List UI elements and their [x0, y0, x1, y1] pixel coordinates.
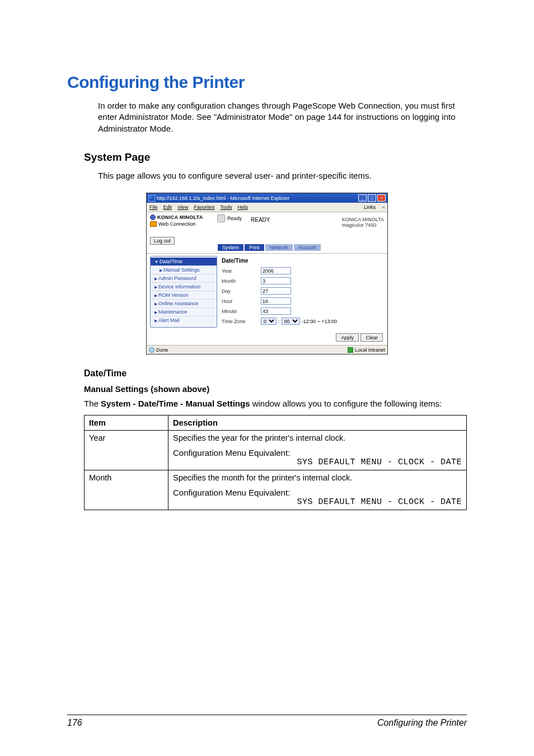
cell-year-desc: Specifies the year for the printer's int… [168, 431, 467, 470]
year-spec-text: Specifies the year for the printer's int… [173, 433, 462, 442]
clear-button[interactable]: Clear [360, 333, 383, 342]
minimize-button[interactable]: _ [358, 194, 367, 202]
footer-title: Configuring the Printer [377, 718, 467, 728]
nav-alert-mail[interactable]: Alert Mail [151, 316, 217, 324]
pagescope-text: Web Connection [158, 221, 195, 227]
tz-hour-select[interactable]: 0 [261, 318, 277, 325]
menu-favorites[interactable]: Favorites [194, 204, 214, 210]
page-title: Configuring the Printer [67, 73, 467, 92]
menu-links[interactable]: Links [364, 204, 376, 210]
table-row: Year Specifies the year for the printer'… [85, 431, 467, 470]
done-icon [149, 347, 154, 353]
year-cfg-label: Configuration Menu Equivalent: [173, 448, 462, 458]
status-intranet: Local intranet [355, 347, 385, 353]
tab-print[interactable]: Print [244, 244, 265, 251]
konica-minolta-logo: KONICA MINOLTA [150, 214, 217, 220]
km-logo-text: KONICA MINOLTA [157, 214, 203, 220]
cell-month-desc: Specifies the month for the printer's in… [168, 470, 467, 510]
day-label: Day [222, 288, 261, 294]
nav-maintenance[interactable]: Maintenance [151, 308, 217, 316]
apply-button[interactable]: Apply [336, 333, 359, 342]
tab-system[interactable]: System [217, 244, 244, 251]
status-done: Done [156, 347, 168, 353]
brand-name: KONICA MINOLTA [342, 217, 384, 222]
menu-bar: File Edit View Favorites Tools Help Link… [147, 203, 387, 212]
nav-admin-password[interactable]: Admin Password [151, 274, 217, 283]
nav-rom-version[interactable]: ROM Version [151, 291, 217, 300]
minute-label: Minute [222, 309, 261, 314]
month-cfg-code: SYS DEFAULT MENU - CLOCK - DATE [173, 497, 462, 507]
model-name: magicolor 7450 [342, 222, 384, 228]
window-title: http://192.168.1.2/a_index.html - Micros… [157, 195, 358, 201]
description-table: Item Description Year Specifies the year… [84, 415, 467, 510]
menu-tools[interactable]: Tools [220, 204, 232, 210]
nav-date-time[interactable]: Date/Time [151, 258, 217, 266]
ready-label: Ready [227, 216, 242, 221]
menu-edit[interactable]: Edit [163, 204, 172, 210]
printer-icon [217, 214, 225, 222]
tz-min-select[interactable]: 00 [282, 318, 300, 325]
manual-settings-subheading: Manual Settings (shown above) [84, 384, 467, 394]
year-label: Year [222, 268, 261, 274]
maximize-button[interactable]: □ [368, 194, 376, 202]
hour-label: Hour [222, 298, 261, 304]
nav-manual-settings[interactable]: Manual Settings [151, 266, 217, 274]
year-cfg-code: SYS DEFAULT MENU - CLOCK - DATE [173, 458, 462, 467]
tz-range: -12:00 ~ +13:00 [302, 319, 338, 324]
nav-online-assistance[interactable]: Online Assistance [151, 300, 217, 308]
col-item: Item [85, 416, 168, 431]
month-cfg-label: Configuration Menu Equivalent: [173, 488, 462, 497]
menu-help[interactable]: Help [237, 204, 248, 210]
tz-colon: : [278, 319, 280, 324]
page-number: 176 [67, 718, 82, 728]
km-circle-icon [150, 214, 156, 220]
screenshot-window: http://192.168.1.2/a_index.html - Micros… [146, 193, 388, 354]
status-ready: READY [251, 214, 296, 223]
col-description: Description [168, 416, 467, 431]
minute-input[interactable] [261, 307, 291, 315]
menu-view[interactable]: View [177, 204, 188, 210]
pagescope-icon [150, 221, 157, 227]
cell-month-item: Month [85, 470, 168, 510]
year-input[interactable] [261, 267, 291, 274]
pagescope-logo: Web Connection [150, 221, 217, 227]
month-spec-text: Specifies the month for the printer's in… [173, 473, 462, 482]
month-label: Month [222, 278, 261, 284]
cell-year-item: Year [85, 431, 168, 470]
timezone-label: Time Zone [222, 319, 261, 324]
side-nav: Date/Time Manual Settings Admin Password… [150, 256, 217, 328]
system-page-heading: System Page [84, 151, 467, 164]
nav-device-information[interactable]: Device Information [151, 283, 217, 291]
content-heading: Date/Time [222, 258, 383, 264]
chevron-icon[interactable]: » [382, 204, 385, 210]
datetime-heading: Date/Time [84, 368, 467, 379]
hour-input[interactable] [261, 297, 291, 305]
table-row: Month Specifies the month for the printe… [85, 470, 467, 510]
close-button[interactable]: × [377, 194, 386, 202]
ie-icon [148, 195, 155, 202]
intro-text: In order to make any configuration chang… [98, 100, 467, 134]
day-input[interactable] [261, 287, 291, 295]
system-page-intro: This page allows you to configure severa… [98, 170, 467, 181]
menu-file[interactable]: File [149, 204, 158, 210]
window-titlebar: http://192.168.1.2/a_index.html - Micros… [147, 193, 387, 203]
datetime-lead: The System - Date/Time - Manual Settings… [84, 398, 467, 409]
month-input[interactable] [261, 277, 291, 284]
tab-account[interactable]: Account [293, 244, 322, 251]
tab-network[interactable]: Network [265, 244, 293, 251]
logout-button[interactable]: Log out [150, 237, 175, 245]
intranet-icon [348, 347, 353, 353]
